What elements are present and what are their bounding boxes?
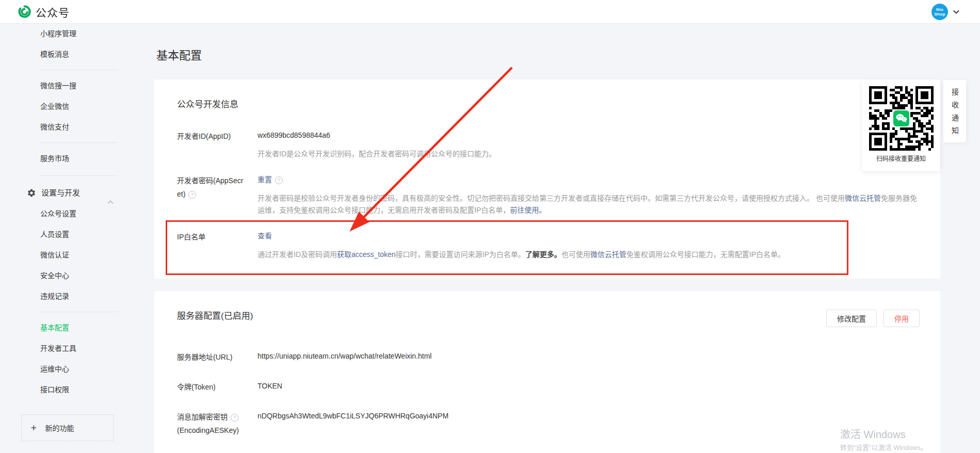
notify-side-tab-label: 接收通知	[950, 88, 960, 140]
qr-code	[869, 86, 934, 151]
sidebar-item-wechat-verification[interactable]: 微信认证	[0, 245, 129, 265]
server-url-value: https://uniapp.niuteam.cn/wap/wchat/rela…	[258, 350, 918, 362]
server-config-card: 服务器配置(已启用) 修改配置停用 服务器地址(URL)https://unia…	[154, 291, 940, 453]
sidebar-divider	[39, 142, 118, 143]
notify-side-tab[interactable]: 接收通知	[943, 80, 966, 142]
description-text: 开发者ID是公众号开发识别码，配合开发者密码可调用公众号的接口能力。	[258, 150, 496, 158]
sidebar-item-developer-tools[interactable]: 开发者工具	[0, 338, 129, 359]
help-icon[interactable]: ?	[188, 191, 196, 199]
field-label-token: 令牌(Token)	[177, 380, 244, 394]
field-label-appsecret: 开发者密码(AppSecret)?	[177, 174, 244, 201]
sidebar: 小程序管理模板消息微信搜一搜企业微信微信支付服务市场设置与开发公众号设置人员设置…	[0, 23, 129, 441]
sidebar-item-api-permissions[interactable]: 接口权限	[0, 379, 129, 400]
description-text: 通过开发者ID及密码调用	[258, 250, 337, 258]
field-description: 通过开发者ID及密码调用获取access_token接口时，需要设置访问来源IP…	[258, 249, 918, 260]
field-row-token: 令牌(Token)TOKEN	[177, 380, 918, 394]
notify-qr-panel: 扫码接收重要通知	[862, 79, 940, 171]
sidebar-item-ops-center[interactable]: 运维中心	[0, 359, 129, 379]
modify-config-button[interactable]: 修改配置	[826, 310, 877, 327]
encoding-aes-key-value: nDQRbgsAh3WtedL9wbFC1iLSYJQ6PRWHRqGoayi4…	[258, 410, 918, 422]
token-value: TOKEN	[258, 380, 918, 392]
dev-info-card: 公众号开发信息 开发者ID(AppID)wx6899bcd8598844a6开发…	[154, 79, 940, 279]
chevron-up-icon	[107, 191, 114, 212]
sidebar-item-wechat-search[interactable]: 微信搜一搜	[0, 75, 129, 96]
plus-icon: +	[31, 423, 37, 433]
new-feature-label: 新的功能	[45, 423, 74, 433]
avatar[interactable]: Niu Shop	[931, 4, 948, 20]
wechat-icon	[893, 110, 909, 126]
appid-value: wx6899bcd8598844a6	[258, 130, 918, 141]
field-description: 运维，支持免鉴权调用公众号接口能力，无需启用开发者密码及配置IP白名单，前往使用…	[258, 205, 918, 216]
inline-link[interactable]: 获取access_token	[337, 250, 396, 258]
inline-link[interactable]: 微信云托管	[590, 250, 626, 258]
field-row-ip-whitelist: IP白名单查看通过开发者ID及密码调用获取access_token接口时，需要设…	[177, 230, 918, 260]
sidebar-divider	[39, 175, 118, 176]
new-feature-button[interactable]: + 新的功能	[21, 414, 114, 441]
inline-link[interactable]: 前往使用。	[510, 206, 546, 214]
qr-caption: 扫码接收重要通知	[862, 154, 940, 163]
description-text: 免服务器免	[881, 194, 917, 202]
disable-button[interactable]: 停用	[883, 310, 920, 327]
sidebar-section-label: 设置与开发	[41, 183, 80, 203]
field-row-appid: 开发者ID(AppID)wx6899bcd8598844a6开发者ID是公众号开…	[177, 130, 918, 159]
field-row-server-url: 服务器地址(URL)https://uniapp.niuteam.cn/wap/…	[177, 350, 918, 364]
description-text: 接口时，需要设置访问来源IP为白名单。	[396, 250, 525, 258]
brand: 公众号	[18, 4, 70, 20]
gear-icon	[27, 188, 36, 198]
appsecret-link[interactable]: 重置	[258, 175, 272, 184]
description-text: 运维，支持免鉴权调用公众号接口能力，无需启用开发者密码及配置IP白名单，	[258, 206, 510, 214]
sidebar-item-enterprise-wechat[interactable]: 企业微信	[0, 96, 129, 117]
chevron-down-icon	[953, 10, 959, 14]
sidebar-item-security-center[interactable]: 安全中心	[0, 265, 129, 286]
avatar-text: Niu	[936, 7, 943, 12]
help-icon[interactable]: ?	[231, 414, 238, 422]
field-description: 开发者密码是校验公众号开发者身份的密码，具有极高的安全性。切记勿把密码直接交给第…	[258, 193, 918, 204]
account-menu[interactable]: Niu Shop	[931, 0, 959, 23]
field-row-encoding-aes-key: 消息加解密密钥?(EncodingAESKey)nDQRbgsAh3WtedL9…	[177, 410, 918, 437]
description-text: 免鉴权调用公众号接口能力，无需配置IP白名单。	[626, 250, 785, 258]
description-text: 也可使用	[561, 250, 590, 258]
field-description: 开发者ID是公众号开发识别码，配合开发者密码可调用公众号的接口能力。	[258, 149, 918, 159]
dev-info-title: 公众号开发信息	[177, 97, 918, 110]
topbar: 公众号 Niu Shop	[0, 0, 980, 24]
sidebar-divider	[39, 312, 118, 312]
sidebar-item-wechat-pay[interactable]: 微信支付	[0, 117, 129, 137]
inline-link-strong[interactable]: 了解更多。	[525, 250, 561, 258]
sidebar-item-violation-records[interactable]: 违规记录	[0, 286, 129, 306]
sidebar-item-staff-settings[interactable]: 人员设置	[0, 224, 129, 245]
sidebar-item-template-message[interactable]: 模板消息	[0, 44, 129, 64]
help-icon[interactable]: ?	[275, 176, 283, 184]
field-label-ip-whitelist: IP白名单	[177, 230, 244, 244]
field-label-encoding-aes-key: 消息加解密密钥?(EncodingAESKey)	[177, 410, 244, 437]
sidebar-item-basic-config[interactable]: 基本配置	[0, 317, 129, 338]
ip-whitelist-link[interactable]: 查看	[258, 232, 272, 240]
avatar-text: Shop	[934, 12, 945, 17]
mp-logo-icon	[18, 5, 31, 19]
sidebar-item-service-market[interactable]: 服务市场	[0, 148, 129, 169]
sidebar-item-settings-and-dev[interactable]: 设置与开发	[0, 183, 129, 203]
field-label-server-url: 服务器地址(URL)	[177, 350, 244, 364]
server-config-title: 服务器配置(已启用)	[177, 309, 918, 321]
page-title: 基本配置	[156, 46, 202, 62]
sidebar-divider	[39, 70, 118, 70]
description-text: 开发者密码是校验公众号开发者身份的密码，具有极高的安全性。切记勿把密码直接交给第…	[258, 194, 845, 202]
brand-name: 公众号	[36, 4, 70, 20]
sidebar-item-mini-program-management[interactable]: 小程序管理	[0, 23, 129, 44]
inline-link[interactable]: 微信云托管	[845, 194, 881, 202]
field-label-appid: 开发者ID(AppID)	[177, 130, 244, 143]
field-row-appsecret: 开发者密码(AppSecret)?重置?开发者密码是校验公众号开发者身份的密码，…	[177, 174, 918, 216]
